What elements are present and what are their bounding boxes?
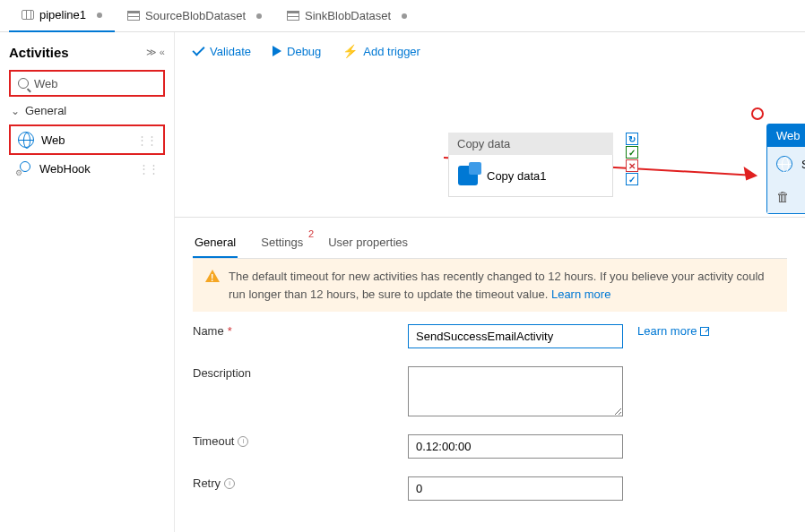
node-name: Copy data1 bbox=[487, 169, 547, 183]
warning-icon bbox=[205, 270, 220, 282]
button-label: Debug bbox=[287, 45, 321, 58]
connector-failure[interactable]: ✕ bbox=[626, 159, 638, 172]
description-label: Description bbox=[193, 366, 408, 380]
activity-web[interactable]: Web ⋮⋮ bbox=[9, 124, 165, 155]
add-trigger-button[interactable]: Add trigger bbox=[342, 44, 420, 58]
node-header: Web bbox=[767, 124, 805, 147]
activities-sidebar: Activities ≫ « Web ⌄ General Web ⋮⋮ WebH… bbox=[0, 32, 175, 532]
grip-icon: ⋮⋮ bbox=[136, 133, 156, 147]
node-web-activity[interactable]: Web SendSuccessEmailActivity 🗑 { } ⧉ → ↻ bbox=[766, 124, 805, 214]
sidebar-title: Activities bbox=[9, 45, 69, 60]
error-badge: 2 bbox=[308, 228, 314, 239]
chevron-down-icon: ⌄ bbox=[11, 105, 20, 117]
output-connectors: ↻ ✓ ✕ ✓ bbox=[626, 133, 638, 185]
activities-search[interactable]: Web bbox=[9, 70, 165, 97]
panel-tabs: General Settings 2 User properties bbox=[193, 228, 787, 259]
lightning-icon bbox=[342, 44, 358, 58]
validate-button[interactable]: Validate bbox=[193, 45, 251, 58]
retry-input[interactable] bbox=[408, 476, 623, 501]
name-label: Name* bbox=[193, 324, 408, 338]
tab-source-dataset[interactable]: SourceBlobDataset bbox=[115, 0, 274, 32]
webhook-icon bbox=[16, 160, 32, 176]
tab-general[interactable]: General bbox=[193, 228, 238, 258]
external-icon bbox=[700, 327, 709, 336]
button-label: Add trigger bbox=[363, 45, 420, 58]
node-name: SendSuccessEmailActivity bbox=[801, 158, 805, 171]
highlight-circle bbox=[751, 107, 764, 120]
properties-panel: General Settings 2 User properties The d… bbox=[175, 217, 805, 532]
tab-label: SourceBlobDataset bbox=[145, 9, 246, 22]
dirty-indicator bbox=[256, 13, 262, 19]
tab-user-properties[interactable]: User properties bbox=[326, 228, 410, 258]
play-icon bbox=[273, 46, 281, 56]
tab-label: SinkBlobDataset bbox=[305, 9, 391, 22]
activity-label: WebHook bbox=[39, 162, 91, 176]
connector-completion[interactable]: ✓ bbox=[626, 173, 638, 185]
dirty-indicator bbox=[402, 13, 407, 19]
retry-label: Retry i bbox=[193, 476, 408, 490]
pipeline-icon bbox=[22, 10, 34, 20]
learn-more-link[interactable]: Learn more bbox=[637, 324, 709, 338]
info-icon[interactable]: i bbox=[238, 436, 248, 447]
tab-settings[interactable]: Settings 2 bbox=[259, 228, 305, 258]
globe-icon bbox=[776, 156, 792, 172]
timeout-warning: The default timeout for new activities h… bbox=[193, 259, 787, 312]
tab-pipeline1[interactable]: pipeline1 bbox=[9, 0, 115, 32]
tab-sink-dataset[interactable]: SinkBlobDataset bbox=[274, 0, 420, 32]
copy-data-icon bbox=[458, 166, 478, 185]
category-general[interactable]: ⌄ General bbox=[9, 97, 165, 124]
pipeline-toolbar: Validate Debug Add trigger bbox=[175, 32, 805, 70]
node-copy-data[interactable]: Copy data Copy data1 ↻ ✓ ✕ ✓ bbox=[448, 133, 613, 197]
pipeline-canvas[interactable]: Copy data Copy data1 ↻ ✓ ✕ ✓ Web Se bbox=[175, 70, 805, 532]
globe-icon bbox=[18, 132, 34, 148]
editor-tabs: pipeline1 SourceBlobDataset SinkBlobData… bbox=[0, 0, 805, 32]
activity-label: Web bbox=[41, 133, 65, 147]
svg-marker-1 bbox=[745, 168, 756, 179]
delete-icon[interactable]: 🗑 bbox=[776, 189, 790, 204]
learn-more-link[interactable]: Learn more bbox=[551, 287, 610, 301]
sidebar-collapse[interactable]: ≫ « bbox=[146, 47, 165, 58]
timeout-label: Timeout i bbox=[193, 434, 408, 448]
dataset-icon bbox=[287, 11, 299, 21]
grip-icon: ⋮⋮ bbox=[138, 162, 158, 176]
tab-label: Settings bbox=[261, 236, 303, 249]
category-label: General bbox=[25, 104, 66, 117]
check-icon bbox=[192, 43, 204, 56]
connector-skip[interactable]: ↻ bbox=[626, 133, 638, 145]
button-label: Validate bbox=[210, 45, 251, 58]
description-input[interactable] bbox=[408, 366, 623, 416]
dataset-icon bbox=[127, 11, 140, 21]
tab-label: pipeline1 bbox=[39, 8, 86, 21]
timeout-input[interactable] bbox=[408, 434, 623, 459]
search-icon bbox=[18, 78, 29, 89]
debug-button[interactable]: Debug bbox=[273, 45, 321, 58]
name-input[interactable] bbox=[408, 324, 623, 348]
node-header: Copy data bbox=[448, 133, 613, 155]
warning-text: The default timeout for new activities h… bbox=[229, 270, 765, 301]
activity-webhook[interactable]: WebHook ⋮⋮ bbox=[9, 155, 165, 182]
info-icon[interactable]: i bbox=[224, 478, 235, 489]
dirty-indicator bbox=[97, 13, 102, 18]
search-text: Web bbox=[34, 77, 58, 90]
connector-success[interactable]: ✓ bbox=[626, 146, 638, 159]
